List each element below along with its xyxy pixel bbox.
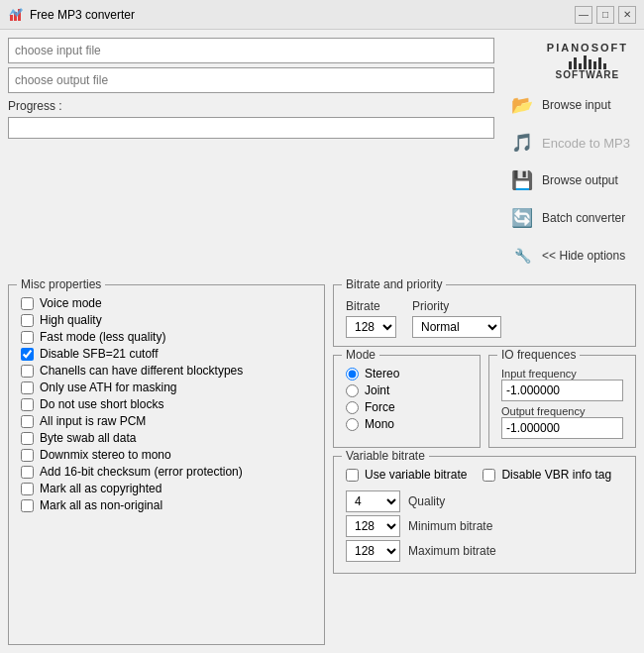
bitrate-select[interactable]: 6496128160192256320 xyxy=(346,316,396,338)
misc-checkbox-11[interactable] xyxy=(21,483,34,495)
misc-checkbox-4[interactable] xyxy=(21,365,34,378)
mode-radio-item-0[interactable]: Stereo xyxy=(346,367,468,381)
file-inputs: Progress : xyxy=(8,38,494,272)
disable-vbr-checkbox[interactable] xyxy=(483,469,495,482)
batch-converter-button[interactable]: 🔄 Batch converter xyxy=(502,201,631,235)
misc-checkbox-item-12[interactable]: Mark all as non-original xyxy=(21,498,312,512)
maximize-button[interactable]: □ xyxy=(596,6,614,24)
misc-checkbox-label-10: Add 16-bit checksum (error protection) xyxy=(40,465,243,479)
right-panels: Bitrate and priority Bitrate 64961281601… xyxy=(333,284,636,645)
misc-checkbox-item-1[interactable]: High quality xyxy=(21,313,312,327)
floppy-icon: 💾 xyxy=(508,166,536,194)
misc-checkbox-2[interactable] xyxy=(21,331,34,344)
mode-radio-joint[interactable] xyxy=(346,384,359,397)
top-section: Progress : PIANOSOFT SOFTWARE xyxy=(8,38,636,272)
misc-checkbox-8[interactable] xyxy=(21,432,34,445)
output-file-field[interactable] xyxy=(8,67,494,93)
encode-label: Encode to MP3 xyxy=(542,136,630,151)
vbr-quality-row: 123456789 Quality xyxy=(346,490,623,512)
misc-checkbox-item-5[interactable]: Only use ATH for masking xyxy=(21,381,312,394)
misc-checkbox-item-2[interactable]: Fast mode (less quality) xyxy=(21,330,312,344)
vbr-min-select[interactable]: 326496128160192256320 xyxy=(346,515,400,537)
pianosoft-subtitle: SOFTWARE xyxy=(556,69,620,80)
browse-output-button[interactable]: 💾 Browse output xyxy=(502,163,624,197)
mode-radio-label-1: Joint xyxy=(365,383,389,397)
mode-radio-stereo[interactable] xyxy=(346,368,359,381)
misc-checkbox-9[interactable] xyxy=(21,449,34,462)
mode-radio-mono[interactable] xyxy=(346,418,359,431)
misc-checkbox-label-1: High quality xyxy=(40,313,102,327)
vbr-group: Variable bitrate Use variable bitrate Di… xyxy=(333,456,636,574)
mode-radios: StereoJointForceMono xyxy=(346,367,468,431)
vbr-min-row: 326496128160192256320 Minimum bitrate xyxy=(346,515,623,537)
mode-radio-force[interactable] xyxy=(346,401,359,414)
mode-radio-label-3: Mono xyxy=(365,417,394,431)
misc-group-title: Misc properties xyxy=(17,277,105,291)
misc-checkbox-7[interactable] xyxy=(21,415,34,428)
mode-radio-item-3[interactable]: Mono xyxy=(346,417,468,431)
vbr-group-title: Variable bitrate xyxy=(342,449,429,463)
misc-checkbox-item-10[interactable]: Add 16-bit checksum (error protection) xyxy=(21,465,312,479)
misc-checkbox-0[interactable] xyxy=(21,297,34,310)
io-group-title: IO frequences xyxy=(497,348,580,362)
misc-checkbox-label-5: Only use ATH for masking xyxy=(40,381,177,394)
output-freq-label: Output frequency xyxy=(501,405,623,417)
priority-select[interactable]: LowNormalHigh xyxy=(412,316,501,338)
browse-input-button[interactable]: 📂 Browse input xyxy=(502,88,616,122)
encode-to-mp3-button: 🎵 Encode to MP3 xyxy=(502,126,636,160)
misc-checkbox-6[interactable] xyxy=(21,398,34,411)
misc-checkbox-item-6[interactable]: Do not use short blocks xyxy=(21,397,312,411)
hide-options-button[interactable]: 🔧 << Hide options xyxy=(502,239,631,272)
tools-icon: 🔧 xyxy=(508,242,536,270)
input-freq-field[interactable] xyxy=(501,380,623,401)
close-button[interactable]: ✕ xyxy=(618,6,636,24)
misc-checkbox-item-4[interactable]: Chanells can have different blocktypes xyxy=(21,364,312,378)
mode-radio-item-2[interactable]: Force xyxy=(346,400,468,414)
progress-label: Progress : xyxy=(8,99,494,113)
mode-radio-label-0: Stereo xyxy=(365,367,399,381)
options-section: Misc properties Voice modeHigh qualityFa… xyxy=(8,284,636,645)
misc-checkbox-1[interactable] xyxy=(21,314,34,327)
misc-checkbox-12[interactable] xyxy=(21,499,34,512)
encode-icon: 🎵 xyxy=(508,129,536,157)
misc-checkbox-item-0[interactable]: Voice mode xyxy=(21,296,312,310)
priority-label: Priority xyxy=(412,299,501,313)
pianosoft-bars xyxy=(569,55,606,69)
vbr-header: Use variable bitrate Disable VBR info ta… xyxy=(346,465,623,485)
browse-input-label: Browse input xyxy=(542,98,610,112)
minimize-button[interactable]: — xyxy=(575,6,592,24)
mode-radio-item-1[interactable]: Joint xyxy=(346,383,468,397)
misc-checkbox-item-11[interactable]: Mark all as copyrighted xyxy=(21,482,312,495)
misc-checkbox-label-9: Downmix stereo to mono xyxy=(40,448,171,462)
use-vbr-checkbox[interactable] xyxy=(346,469,359,482)
use-vbr-item[interactable]: Use variable bitrate xyxy=(346,468,467,482)
misc-checkbox-label-12: Mark all as non-original xyxy=(40,498,162,512)
bitrate-row: Bitrate 6496128160192256320 Priority Low… xyxy=(346,299,623,338)
misc-checkbox-item-7[interactable]: All input is raw PCM xyxy=(21,414,312,428)
io-group: IO frequences Input frequency Output fre… xyxy=(488,355,636,448)
main-content: Progress : PIANOSOFT SOFTWARE xyxy=(0,30,644,653)
batch-converter-label: Batch converter xyxy=(542,211,625,225)
output-freq-field[interactable] xyxy=(501,417,623,439)
progress-bar xyxy=(8,117,494,139)
misc-checkbox-3[interactable] xyxy=(21,348,34,361)
misc-checkbox-10[interactable] xyxy=(21,466,34,479)
hide-options-label: << Hide options xyxy=(542,249,625,263)
misc-checkbox-label-8: Byte swab all data xyxy=(40,431,136,445)
misc-checkbox-item-8[interactable]: Byte swab all data xyxy=(21,431,312,445)
vbr-max-row: 326496128160192256320 Maximum bitrate xyxy=(346,540,623,562)
misc-checkbox-5[interactable] xyxy=(21,381,34,394)
input-file-field[interactable] xyxy=(8,38,494,63)
misc-checkbox-item-9[interactable]: Downmix stereo to mono xyxy=(21,448,312,462)
pianosoft-logo: PIANOSOFT SOFTWARE xyxy=(539,38,636,84)
input-freq-label: Input frequency xyxy=(501,368,623,380)
mode-group: Mode StereoJointForceMono xyxy=(333,355,481,448)
misc-checkbox-label-0: Voice mode xyxy=(40,296,102,310)
vbr-quality-select[interactable]: 123456789 xyxy=(346,490,400,512)
disable-vbr-item[interactable]: Disable VBR info tag xyxy=(483,468,611,482)
misc-checkbox-label-2: Fast mode (less quality) xyxy=(40,330,165,344)
vbr-max-select[interactable]: 326496128160192256320 xyxy=(346,540,400,562)
min-bitrate-label: Minimum bitrate xyxy=(408,519,492,533)
misc-checkbox-item-3[interactable]: Disable SFB=21 cutoff xyxy=(21,347,312,361)
misc-properties-group: Misc properties Voice modeHigh qualityFa… xyxy=(8,284,325,645)
